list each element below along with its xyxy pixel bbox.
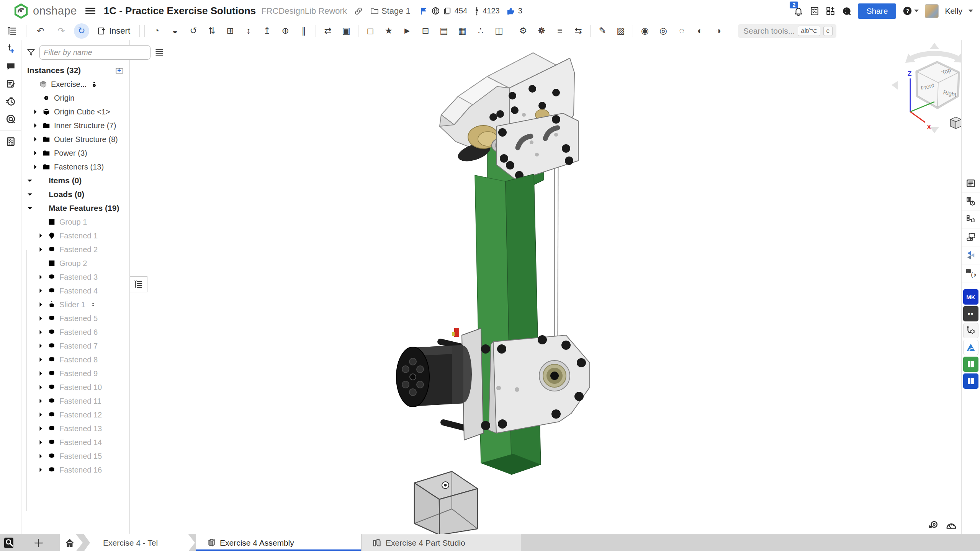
app-docs-green[interactable] bbox=[963, 357, 978, 372]
app-version-graph[interactable] bbox=[963, 323, 978, 338]
bom-edit-icon[interactable]: ✎ bbox=[594, 23, 610, 39]
protractor-icon[interactable] bbox=[946, 520, 957, 531]
tree-row-outer-structure[interactable]: Outer Structure (8) bbox=[21, 132, 129, 146]
tree-section-mate-features[interactable]: Mate Features (19) bbox=[21, 201, 129, 215]
planar-mate-icon[interactable]: ⊞ bbox=[222, 23, 238, 39]
app-robot[interactable]: •• bbox=[963, 306, 978, 321]
chev-right-icon[interactable] bbox=[35, 328, 46, 336]
search-documents-icon[interactable] bbox=[3, 536, 16, 549]
help-menu[interactable]: ? bbox=[902, 6, 919, 16]
tree-row-origin-cube[interactable]: Origin Cube <1> bbox=[21, 105, 129, 119]
configurations-icon[interactable] bbox=[962, 210, 980, 228]
comments-icon[interactable] bbox=[0, 57, 21, 75]
replicate-icon[interactable]: ⊟ bbox=[417, 23, 434, 39]
tree-section-items[interactable]: Items (0) bbox=[21, 174, 129, 187]
copies-count-icon[interactable] bbox=[443, 7, 452, 15]
undo-button[interactable]: ↶ bbox=[33, 23, 49, 39]
tree-row-origin[interactable]: Origin bbox=[21, 91, 129, 105]
tree-row-fastened-5[interactable]: Fastened 5 bbox=[21, 311, 129, 325]
revolute-mate-icon[interactable]: ↺ bbox=[185, 23, 201, 39]
chev-right-icon[interactable] bbox=[35, 342, 46, 350]
chev-right-icon[interactable] bbox=[35, 411, 46, 419]
tree-row-fastened-16[interactable]: Fastened 16 bbox=[21, 463, 129, 477]
parallel-mate-icon[interactable]: ∥ bbox=[296, 23, 312, 39]
document-title[interactable]: 1C - Practice Exercise Solutions bbox=[104, 5, 256, 17]
create-tab-icon[interactable] bbox=[33, 537, 44, 549]
tree-row-fastened-2[interactable]: Fastened 2 bbox=[21, 243, 129, 256]
tree-row-power[interactable]: Power (3) bbox=[21, 146, 129, 160]
transfer-icon[interactable]: ⇆ bbox=[570, 23, 586, 39]
tree-row-fastened-13[interactable]: Fastened 13 bbox=[21, 422, 129, 435]
model-viewport[interactable] bbox=[0, 0, 980, 551]
section-view-icon[interactable]: ◑ bbox=[710, 23, 726, 39]
circular-pattern-icon[interactable]: ▦ bbox=[454, 23, 470, 39]
notifications-icon[interactable]: 2 bbox=[793, 6, 803, 16]
tree-row-root-assembly[interactable]: Exercise... bbox=[21, 77, 129, 91]
tree-row-fastened-10[interactable]: Fastened 10 bbox=[21, 380, 129, 394]
chev-right-icon[interactable] bbox=[35, 273, 46, 281]
model-carriage[interactable] bbox=[440, 53, 578, 181]
tree-row-fastened-7[interactable]: Fastened 7 bbox=[21, 339, 129, 353]
chain-relation-icon[interactable]: ☸ bbox=[533, 23, 550, 39]
chev-down-icon[interactable] bbox=[24, 204, 36, 212]
feature-list-toggle[interactable] bbox=[4, 23, 20, 39]
app-triangle[interactable] bbox=[963, 340, 978, 355]
app-mkcad[interactable]: MK bbox=[963, 289, 978, 305]
app-docs-blue[interactable] bbox=[963, 373, 978, 389]
app-store-icon[interactable] bbox=[826, 6, 836, 16]
tree-section-loads[interactable]: Loads (0) bbox=[21, 187, 129, 201]
chev-right-icon[interactable] bbox=[35, 397, 46, 405]
chev-right-icon[interactable] bbox=[29, 122, 41, 129]
explode-view-icon[interactable]: ◎ bbox=[655, 23, 671, 39]
redo-button[interactable]: ↷ bbox=[53, 23, 69, 39]
home-tab[interactable] bbox=[60, 534, 83, 551]
tree-row-fastened-4[interactable]: Fastened 4 bbox=[21, 284, 129, 298]
tree-row-fastened-11[interactable]: Fastened 11 bbox=[21, 394, 129, 408]
chev-right-icon[interactable] bbox=[29, 163, 41, 171]
linear-pattern-icon[interactable]: ▤ bbox=[436, 23, 452, 39]
panel-list-icon[interactable] bbox=[962, 174, 980, 192]
animate-icon[interactable]: ◉ bbox=[637, 23, 653, 39]
insert-button[interactable]: Insert bbox=[94, 26, 133, 36]
chev-right-icon[interactable] bbox=[35, 425, 46, 432]
tree-row-fastened-9[interactable]: Fastened 9 bbox=[21, 367, 129, 380]
update-button[interactable]: ↻ bbox=[74, 23, 89, 39]
add-folder-icon[interactable] bbox=[115, 66, 124, 75]
create-version-icon[interactable] bbox=[0, 40, 21, 57]
main-menu-icon[interactable] bbox=[85, 8, 95, 15]
tree-row-fastened-3[interactable]: Fastened 3 bbox=[21, 270, 129, 284]
gear-relation-icon[interactable]: ⚙ bbox=[515, 23, 531, 39]
breadcrumb-folder[interactable]: Stage 1 bbox=[381, 6, 411, 16]
tree-row-group-1[interactable]: Group 1 bbox=[21, 215, 129, 229]
chev-right-icon[interactable] bbox=[35, 315, 46, 322]
chev-right-icon[interactable] bbox=[35, 287, 46, 295]
panel-collapse-handle[interactable] bbox=[129, 276, 147, 292]
tree-row-slider-1[interactable]: Slider 1 bbox=[21, 298, 129, 311]
selection-frame-icon[interactable]: ◻ bbox=[362, 23, 378, 39]
chev-right-icon[interactable] bbox=[35, 232, 46, 240]
chev-down-icon[interactable] bbox=[24, 191, 36, 198]
chev-right-icon[interactable] bbox=[35, 246, 46, 253]
user-avatar[interactable] bbox=[925, 4, 939, 18]
named-positions-icon[interactable] bbox=[962, 228, 980, 246]
model-origin-cube[interactable] bbox=[414, 471, 478, 535]
snap-mode-icon[interactable]: ★ bbox=[381, 23, 397, 39]
rack-pinion-icon[interactable]: ≡ bbox=[552, 23, 568, 39]
chev-right-icon[interactable] bbox=[35, 370, 46, 377]
release-notes-icon[interactable] bbox=[0, 75, 21, 93]
tasks-checklist-icon[interactable] bbox=[0, 133, 21, 150]
search-tools[interactable]: Search tools... alt/⌥ c bbox=[738, 24, 836, 38]
interference-icon[interactable]: ◐ bbox=[692, 23, 708, 39]
group-icon[interactable]: ▣ bbox=[338, 23, 354, 39]
chev-right-icon[interactable] bbox=[29, 149, 41, 157]
tree-row-fastened-6[interactable]: Fastened 6 bbox=[21, 325, 129, 339]
tree-row-fastened-14[interactable]: Fastened 14 bbox=[21, 435, 129, 449]
tree-row-fasteners[interactable]: Fasteners (13) bbox=[21, 160, 129, 174]
appearance-icon[interactable] bbox=[842, 6, 852, 16]
chev-right-icon[interactable] bbox=[35, 452, 46, 460]
collapse-view-icon[interactable]: ◌ bbox=[674, 23, 690, 39]
appearance-pinwheel-icon[interactable] bbox=[962, 246, 980, 264]
chev-down-icon[interactable] bbox=[24, 177, 36, 184]
cylindrical-mate-icon[interactable]: ↕ bbox=[241, 23, 257, 39]
user-name[interactable]: Kelly bbox=[945, 7, 962, 16]
